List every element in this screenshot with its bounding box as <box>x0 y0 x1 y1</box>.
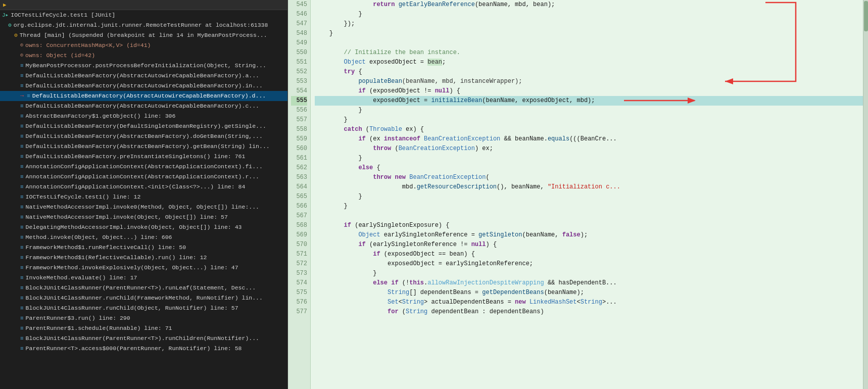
line-number: 562 <box>291 163 307 173</box>
frame-icon: ≡ <box>20 213 24 222</box>
code-area: 5455465475485495505515525535545555565575… <box>288 0 868 389</box>
stack-item-text: DefaultListableBeanFactory(AbstractAutow… <box>26 81 263 90</box>
stack-item[interactable]: ≡DefaultListableBeanFactory(AbstractAuto… <box>0 81 287 91</box>
runner-icon: J▸ <box>2 11 9 20</box>
stack-list[interactable]: J▸IOCTestLifeCycle.test1 [JUnit]⚙org.ecl… <box>0 10 287 389</box>
line-number: 566 <box>291 202 307 211</box>
vertical-scrollbar[interactable] <box>863 0 868 389</box>
line-number: 575 <box>291 288 307 298</box>
stack-item[interactable]: ≡FrameworkMethod$1(ReflectiveCallable).r… <box>0 253 287 263</box>
code-line: } <box>315 202 863 211</box>
line-number: 576 <box>291 298 307 307</box>
stack-item[interactable]: ≡BlockJUnit4ClassRunner(ParentRunner<T>)… <box>0 333 287 344</box>
stack-item-text: BlockJUnit4ClassRunner.runChild(Framewor… <box>26 294 263 303</box>
stack-item[interactable]: ≡DelegatingMethodAccessorImpl.invoke(Obj… <box>0 222 287 232</box>
stack-item[interactable]: ⚙Thread [main] (Suspended (breakpoint at… <box>0 30 287 40</box>
stack-item-text: ParentRunner$3.run() line: 290 <box>26 314 130 323</box>
stack-item-text: DefaultListableBeanFactory(AbstractAutow… <box>26 102 259 111</box>
owns-icon: ⊙ <box>20 51 23 60</box>
frame-icon: ≡ <box>20 112 24 121</box>
stack-item-text: DefaultListableBeanFactory(AbstractBeanF… <box>26 132 263 141</box>
line-number: 553 <box>291 77 307 86</box>
code-line: throw (BeanCreationException) ex; <box>315 144 863 154</box>
stack-item-text: owns: Object (id=42) <box>25 51 95 60</box>
stack-item[interactable]: ≡FrameworkMethod.invokeExplosively(Objec… <box>0 263 287 273</box>
stack-item[interactable]: ≡InvokeMethod.evaluate() line: 17 <box>0 273 287 283</box>
scrollbar-thumb[interactable] <box>864 1 868 31</box>
stack-item-text: DefaultListableBeanFactory.preInstantiat… <box>26 152 246 161</box>
line-number: 545 <box>291 0 307 10</box>
frame-icon: ≡ <box>20 203 24 212</box>
code-line: Set<String> actualDependentBeans = new L… <box>315 298 863 307</box>
frame-icon: ≡ <box>20 81 24 90</box>
code-line: else if (!this.allowRawInjectionDespiteW… <box>315 278 863 288</box>
code-line <box>315 38 863 48</box>
stack-item[interactable]: ≡AnnotationConfigApplicationContext(Abst… <box>0 162 287 172</box>
thread-icon: ⚙ <box>14 31 18 40</box>
code-line: try { <box>315 67 863 77</box>
stack-item[interactable]: ≡BlockJUnit4ClassRunner(ParentRunner<T>)… <box>0 283 287 293</box>
code-line: if (ex instanceof BeanCreationException … <box>315 134 863 144</box>
stack-item[interactable]: ≡NativeMethodAccessorImpl.invoke(Object,… <box>0 212 287 222</box>
code-line <box>315 211 863 221</box>
code-line: String[] dependentBeans = getDependentBe… <box>315 288 863 298</box>
stack-item[interactable]: ≡ParentRunner$3.run() line: 290 <box>0 313 287 323</box>
line-number: 570 <box>291 240 307 250</box>
code-line: catch (Throwable ex) { <box>315 125 863 134</box>
stack-item[interactable]: ≡DefaultListableBeanFactory(AbstractAuto… <box>0 101 287 111</box>
stack-item-text: FrameworkMethod$1.runReflectiveCall() li… <box>26 243 186 252</box>
frame-icon: ≡ <box>20 233 24 242</box>
line-number: 551 <box>291 58 307 67</box>
code-line: exposedObject = initializeBean(beanName,… <box>315 96 863 106</box>
stack-trace-panel: ▶ J▸IOCTestLifeCycle.test1 [JUnit]⚙org.e… <box>0 0 288 389</box>
line-number: 573 <box>291 269 307 278</box>
stack-item-text: InvokeMethod.evaluate() line: 17 <box>26 273 137 282</box>
stack-item[interactable]: ≡AbstractBeanFactory$1.getObject() line:… <box>0 111 287 121</box>
stack-item[interactable]: ≡FrameworkMethod$1.runReflectiveCall() l… <box>0 242 287 253</box>
stack-item-text: BlockJUnit4ClassRunner(ParentRunner<T>).… <box>26 334 259 343</box>
code-content[interactable]: return getEarlyBeanReference(beanName, m… <box>311 0 863 389</box>
stack-item[interactable]: ≡DefaultListableBeanFactory(AbstractAuto… <box>0 71 287 81</box>
stack-item-text: Method.invoke(Object, Object...) line: 6… <box>26 233 172 242</box>
frame-icon: ≡ <box>20 334 24 343</box>
line-number: 564 <box>291 182 307 192</box>
stack-item[interactable]: J▸IOCTestLifeCycle.test1 [JUnit] <box>0 10 287 20</box>
stack-item[interactable]: ⊙owns: ConcurrentHashMap<K,V> (id=41) <box>0 40 287 51</box>
stack-item[interactable]: ≡DefaultListableBeanFactory(AbstractBean… <box>0 141 287 152</box>
line-number: 558 <box>291 125 307 134</box>
stack-item-text: DefaultListableBeanFactory(AbstractAutow… <box>32 91 266 101</box>
stack-item[interactable]: ⚙org.eclipse.jdt.internal.junit.runner.R… <box>0 20 287 30</box>
stack-item[interactable]: ≡NativeMethodAccessorImpl.invoke0(Method… <box>0 202 287 212</box>
stack-item[interactable]: ≡Method.invoke(Object, Object...) line: … <box>0 232 287 242</box>
stack-item[interactable]: ≡DefaultListableBeanFactory(DefaultSingl… <box>0 121 287 131</box>
line-number: 560 <box>291 144 307 154</box>
frame-icon: ≡ <box>20 172 24 181</box>
line-number: 561 <box>291 154 307 163</box>
line-number: 568 <box>291 221 307 230</box>
stack-item[interactable]: ≡MyBeanPostProcessor.postProcessBeforeIn… <box>0 61 287 71</box>
code-line: for (String dependentBean : dependentBea… <box>315 307 863 317</box>
line-number: 563 <box>291 173 307 182</box>
frame-icon: ≡ <box>20 61 24 70</box>
stack-item[interactable]: ≡DefaultListableBeanFactory(AbstractBean… <box>0 131 287 141</box>
stack-item-text: DefaultListableBeanFactory(AbstractBeanF… <box>26 142 270 151</box>
stack-item-text: FrameworkMethod$1(ReflectiveCallable).ru… <box>26 253 207 262</box>
debug-icon: ▶ <box>3 2 7 8</box>
stack-item[interactable]: ≡AnnotationConfigApplicationContext(Abst… <box>0 172 287 182</box>
stack-item[interactable]: ≡DefaultListableBeanFactory.preInstantia… <box>0 152 287 162</box>
frame-icon: ≡ <box>20 182 24 191</box>
stack-item[interactable]: ≡AnnotationConfigApplicationContext.<ini… <box>0 182 287 192</box>
stack-item[interactable]: ⊙owns: Object (id=42) <box>0 51 287 61</box>
stack-item[interactable]: ≡ParentRunner$1.schedule(Runnable) line:… <box>0 323 287 333</box>
stack-item[interactable]: ≡ParentRunner<T>.access$000(ParentRunner… <box>0 344 287 354</box>
stack-item[interactable]: ≡BlockJUnit4ClassRunner.runChild(Object,… <box>0 303 287 313</box>
stack-item[interactable]: →≡DefaultListableBeanFactory(AbstractAut… <box>0 91 287 101</box>
line-number: 555 <box>291 96 307 106</box>
code-line: } <box>315 269 863 278</box>
code-line: } <box>315 115 863 125</box>
stack-item[interactable]: ≡IOCTestLifeCycle.test1() line: 12 <box>0 192 287 202</box>
stack-item-text: ParentRunner$1.schedule(Runnable) line: … <box>26 324 172 333</box>
line-number: 547 <box>291 19 307 29</box>
runner-icon: ⚙ <box>8 21 12 30</box>
stack-item[interactable]: ≡BlockJUnit4ClassRunner.runChild(Framewo… <box>0 293 287 303</box>
